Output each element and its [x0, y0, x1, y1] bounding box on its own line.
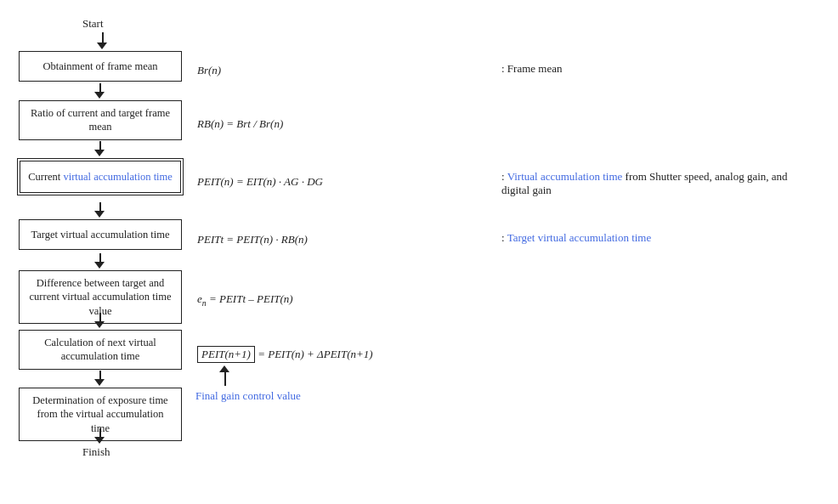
arrow-6-line	[99, 371, 101, 379]
box4: Target virtual accumulation time	[19, 219, 182, 250]
arrow-1-line	[99, 83, 101, 92]
arrow-1-head	[94, 92, 105, 99]
annotation-2: : Virtual accumulation time from Shutter…	[501, 170, 807, 197]
arrow-2-head	[94, 150, 105, 156]
arrow-7-head	[94, 437, 105, 444]
box6: Calculation of next virtual accumulation…	[19, 330, 182, 370]
arrow-3-line	[99, 202, 101, 211]
start-label: Start	[82, 17, 104, 31]
arrow-2-line	[99, 141, 101, 150]
arrow-6-head	[94, 379, 105, 386]
formula-5: en = PEITt – PEIT(n)	[197, 292, 293, 308]
box1: Obtainment of frame mean	[19, 51, 182, 82]
annotation-1: : Frame mean	[501, 62, 562, 76]
arrow-4-head	[94, 262, 105, 269]
arrow-3-head	[94, 211, 105, 218]
arrow-5-line	[99, 313, 101, 321]
final-gain-label: Final gain control value	[195, 389, 301, 403]
box2: Ratio of current and target frame mean	[19, 100, 182, 140]
finish-label: Finish	[82, 445, 110, 459]
final-gain-arrow-head	[219, 365, 229, 372]
diagram-container: Start Obtainment of frame mean Ratio of …	[0, 8, 838, 496]
formula-2: RB(n) = Brt / Br(n)	[197, 117, 283, 131]
formula-6: PEIT(n+1) = PEIT(n) + ΔPEIT(n+1)	[197, 346, 373, 363]
arrow-start-line	[102, 32, 104, 42]
arrow-7-line	[99, 428, 101, 437]
box3: Current virtual accumulation time	[17, 158, 184, 195]
final-gain-arrow-line	[224, 371, 226, 386]
arrow-start-head	[97, 42, 107, 49]
annotation-3: : Target virtual accumulation time	[501, 231, 651, 245]
formula-3: PEIT(n) = EIT(n) · AG · DG	[197, 175, 323, 189]
arrow-5-head	[94, 321, 105, 328]
formula-4: PEITt = PEIT(n) · RB(n)	[197, 233, 308, 246]
formula-1: Br(n)	[197, 64, 221, 77]
arrow-4-line	[99, 253, 101, 262]
